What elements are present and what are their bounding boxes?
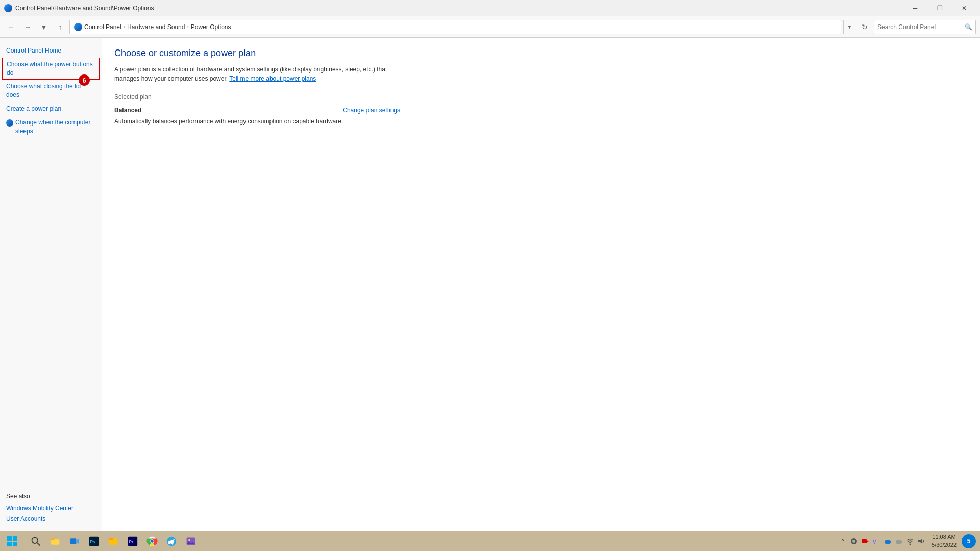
up-button[interactable]: ↑ bbox=[53, 20, 67, 34]
premiere-icon: Pr bbox=[128, 536, 138, 546]
tray-vpn-icon: V bbox=[872, 537, 880, 545]
tray-cloud-icon bbox=[884, 537, 892, 545]
svg-rect-0 bbox=[7, 536, 12, 541]
taskbar-premiere-button[interactable]: Pr bbox=[124, 532, 142, 550]
taskbar-files-button[interactable] bbox=[104, 532, 122, 550]
breadcrumb-power-options[interactable]: Power Options bbox=[191, 23, 231, 31]
search-box: 🔍 bbox=[874, 20, 976, 34]
breadcrumb-bar: Control Panel › Hardware and Sound › Pow… bbox=[69, 20, 841, 34]
notification-button[interactable]: 5 bbox=[962, 534, 976, 548]
files-icon bbox=[108, 536, 118, 546]
selected-plan-label: Selected plan bbox=[114, 93, 152, 101]
start-button[interactable] bbox=[0, 531, 24, 552]
plan-name: Balanced bbox=[114, 107, 141, 114]
restore-button[interactable]: ❐ bbox=[928, 0, 951, 16]
svg-marker-26 bbox=[867, 540, 869, 542]
tray-recording-icon bbox=[861, 537, 869, 545]
svg-point-33 bbox=[899, 540, 902, 543]
selected-plan-section: Selected plan Balanced Change plan setti… bbox=[114, 93, 400, 125]
sidebar-item-power-plan[interactable]: Create a power plan bbox=[0, 102, 102, 116]
sidebar: Control Panel Home Choose what the power… bbox=[0, 38, 102, 531]
refresh-button[interactable]: ↻ bbox=[857, 20, 872, 34]
image-viewer-icon bbox=[186, 536, 196, 546]
svg-rect-8 bbox=[70, 538, 77, 544]
search-icon[interactable]: 🔍 bbox=[965, 23, 972, 31]
breadcrumb-hardware-sound[interactable]: Hardware and Sound bbox=[127, 23, 185, 31]
tray-icon-4[interactable] bbox=[883, 536, 893, 546]
breadcrumb-dropdown-button[interactable]: ▼ bbox=[843, 20, 855, 34]
minimize-button[interactable]: ─ bbox=[903, 0, 927, 16]
breadcrumb-sep-2: › bbox=[187, 24, 188, 30]
back-button[interactable]: ← bbox=[4, 20, 18, 34]
selected-plan-header: Selected plan bbox=[114, 93, 400, 101]
taskbar-image-viewer-button[interactable] bbox=[182, 532, 200, 550]
photoshop-icon: Ps bbox=[89, 536, 99, 546]
sidebar-top: Control Panel Home Choose what the power… bbox=[0, 38, 102, 144]
svg-rect-7 bbox=[51, 538, 55, 540]
selected-plan-divider bbox=[156, 97, 400, 97]
close-button[interactable]: ✕ bbox=[952, 0, 976, 16]
wifi-icon bbox=[906, 537, 914, 545]
taskbar-meet-button[interactable] bbox=[65, 532, 84, 550]
title-bar: Control Panel\Hardware and Sound\Power O… bbox=[0, 0, 980, 16]
file-explorer-icon bbox=[50, 536, 60, 546]
breadcrumb-sep-1: › bbox=[124, 24, 125, 30]
clock-area[interactable]: 11:08 AM 5/30/2022 bbox=[928, 533, 960, 549]
svg-rect-13 bbox=[109, 538, 113, 540]
recent-locations-button[interactable]: ▼ bbox=[37, 20, 51, 34]
tray-icon-3[interactable]: V bbox=[871, 536, 881, 546]
tray-icon-2[interactable] bbox=[860, 536, 870, 546]
taskbar-search-button[interactable] bbox=[27, 532, 45, 550]
tray-expand-icon[interactable]: ^ bbox=[838, 536, 848, 546]
window-title: Control Panel\Hardware and Sound\Power O… bbox=[15, 5, 154, 12]
taskbar-telegram-button[interactable] bbox=[162, 532, 181, 550]
forward-button[interactable]: → bbox=[20, 20, 35, 34]
svg-point-19 bbox=[151, 540, 154, 543]
title-bar-controls: ─ ❐ ✕ bbox=[903, 0, 976, 16]
sidebar-bottom: See also Windows Mobility Center User Ac… bbox=[0, 487, 102, 531]
title-bar-left: Control Panel\Hardware and Sound\Power O… bbox=[4, 4, 154, 12]
svg-point-30 bbox=[888, 540, 891, 543]
breadcrumb-control-panel[interactable]: Control Panel bbox=[84, 23, 121, 31]
description-link[interactable]: Tell me more about power plans bbox=[229, 75, 316, 82]
svg-marker-9 bbox=[76, 539, 79, 544]
sidebar-item-home[interactable]: Control Panel Home bbox=[0, 44, 102, 58]
meet-icon bbox=[69, 536, 80, 546]
change-plan-settings-link[interactable]: Change plan settings bbox=[342, 107, 400, 114]
svg-text:Pr: Pr bbox=[129, 539, 134, 544]
chrome-icon bbox=[146, 536, 158, 547]
address-right: ▼ ↻ 🔍 bbox=[843, 20, 976, 34]
plan-row: Balanced Change plan settings bbox=[114, 105, 400, 116]
taskbar-chrome-button[interactable] bbox=[143, 532, 161, 550]
taskbar-file-explorer-button[interactable] bbox=[46, 532, 64, 550]
address-bar: ← → ▼ ↑ Control Panel › Hardware and Sou… bbox=[0, 16, 980, 38]
windows-logo-icon bbox=[6, 535, 18, 547]
tray-icon-5[interactable] bbox=[894, 536, 904, 546]
svg-point-4 bbox=[32, 537, 38, 543]
description: A power plan is a collection of hardware… bbox=[114, 65, 400, 83]
badge-number: 6 bbox=[79, 74, 90, 86]
clock-date: 5/30/2022 bbox=[932, 541, 957, 549]
taskbar-photoshop-button[interactable]: Ps bbox=[85, 532, 103, 550]
tray-bug-icon bbox=[850, 537, 858, 545]
volume-icon bbox=[917, 537, 925, 545]
svg-point-32 bbox=[896, 540, 899, 543]
sleep-icon bbox=[6, 119, 13, 127]
see-also-label: See also bbox=[6, 493, 95, 500]
page-title: Choose or customize a power plan bbox=[114, 48, 968, 59]
tray-icon-1[interactable] bbox=[849, 536, 859, 546]
clock-time: 11:08 AM bbox=[932, 533, 955, 541]
main-container: 6 Control Panel Home Choose what the pow… bbox=[0, 38, 980, 531]
plan-description: Automatically balances performance with … bbox=[114, 118, 400, 125]
search-input[interactable] bbox=[877, 23, 963, 31]
sidebar-item-accounts[interactable]: User Accounts bbox=[6, 514, 95, 524]
svg-rect-1 bbox=[13, 536, 17, 541]
svg-point-34 bbox=[910, 543, 911, 545]
svg-line-5 bbox=[37, 543, 40, 545]
sidebar-item-mobility[interactable]: Windows Mobility Center bbox=[6, 503, 95, 514]
sidebar-item-sleep[interactable]: Change when the computer sleeps bbox=[0, 116, 102, 138]
taskbar-right: ^ V bbox=[838, 533, 980, 549]
svg-point-29 bbox=[885, 540, 888, 543]
tray-volume-icon[interactable] bbox=[916, 536, 926, 546]
tray-wifi-icon[interactable] bbox=[905, 536, 915, 546]
